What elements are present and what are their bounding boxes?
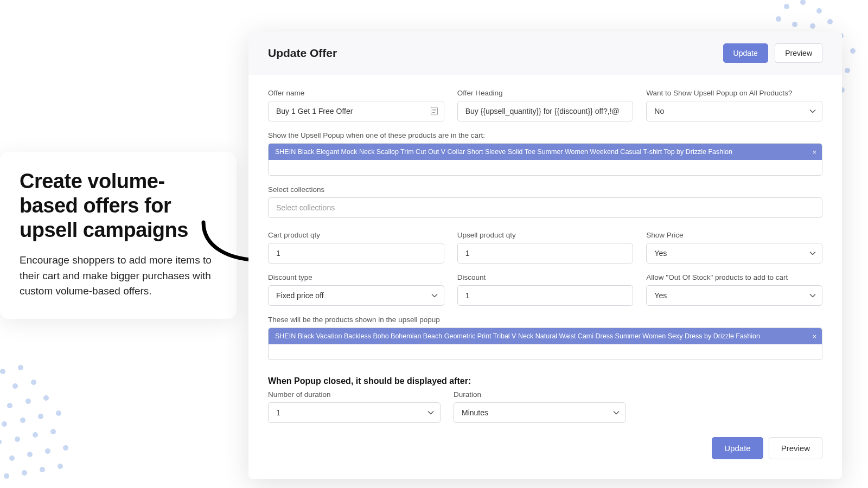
- svg-point-46: [63, 445, 68, 451]
- svg-point-3: [776, 16, 781, 22]
- svg-point-33: [25, 399, 31, 404]
- select-collections-label: Select collections: [268, 185, 822, 194]
- svg-point-48: [22, 470, 27, 476]
- svg-point-41: [33, 432, 38, 438]
- svg-point-0: [784, 4, 789, 9]
- promo-body: Encourage shoppers to add more items to …: [20, 253, 217, 299]
- show-all-select[interactable]: No: [646, 101, 822, 121]
- page-title: Update Offer: [268, 47, 337, 60]
- show-price-label: Show Price: [646, 231, 822, 239]
- duration-select[interactable]: Minutes: [454, 402, 626, 423]
- trigger-products-field[interactable]: SHEIN Black Elegant Mock Neck Scallop Tr…: [268, 143, 822, 176]
- number-duration-select[interactable]: 1: [268, 402, 441, 423]
- promo-title: Create volume-based offers for upsell ca…: [20, 169, 217, 242]
- app-header: Update Offer Update Preview: [248, 31, 842, 75]
- svg-point-35: [2, 421, 7, 427]
- product-tag: SHEIN Black Vacation Backless Boho Bohem…: [269, 328, 822, 344]
- decorative-dots-bottom: [0, 347, 108, 488]
- svg-point-49: [40, 467, 45, 472]
- svg-point-34: [43, 395, 49, 401]
- allow-oos-select[interactable]: Yes: [646, 285, 822, 306]
- close-icon[interactable]: ×: [812, 332, 816, 341]
- discount-label: Discount: [457, 273, 634, 281]
- header-actions: Update Preview: [719, 43, 822, 63]
- svg-point-32: [7, 403, 12, 408]
- svg-point-4: [792, 22, 797, 27]
- svg-point-27: [0, 369, 5, 374]
- product-tag-label: SHEIN Black Elegant Mock Neck Scallop Tr…: [275, 148, 732, 156]
- form-icon: [431, 107, 438, 115]
- svg-point-2: [816, 8, 822, 14]
- form-body: Offer name Offer Heading Want to Show Up…: [248, 75, 842, 479]
- svg-point-43: [9, 455, 15, 461]
- select-collections-input[interactable]: Select collections: [268, 197, 822, 218]
- svg-point-37: [38, 414, 43, 419]
- svg-point-30: [12, 383, 18, 389]
- svg-point-38: [56, 410, 61, 416]
- offer-name-label: Offer name: [268, 89, 444, 97]
- duration-label: Duration: [454, 390, 626, 399]
- svg-point-42: [50, 429, 56, 434]
- svg-point-50: [58, 464, 63, 469]
- number-duration-label: Number of duration: [268, 390, 441, 399]
- svg-point-6: [827, 19, 833, 24]
- upsell-qty-input[interactable]: [457, 243, 634, 264]
- cart-qty-input[interactable]: [268, 243, 444, 264]
- product-tag: SHEIN Black Elegant Mock Neck Scallop Tr…: [269, 144, 822, 160]
- preview-button[interactable]: Preview: [775, 43, 822, 63]
- svg-point-31: [31, 380, 36, 385]
- cart-qty-label: Cart product qty: [268, 231, 444, 239]
- svg-point-1: [800, 0, 806, 5]
- svg-point-45: [45, 448, 50, 454]
- svg-point-36: [20, 418, 25, 423]
- show-price-select[interactable]: Yes: [646, 243, 822, 264]
- trigger-products-label: Show the Upsell Popup when one of these …: [268, 131, 822, 139]
- svg-point-22: [845, 68, 850, 73]
- offer-heading-input[interactable]: [457, 101, 634, 121]
- svg-point-28: [18, 365, 23, 370]
- promo-card: Create volume-based offers for upsell ca…: [0, 152, 237, 319]
- product-tag-input-area[interactable]: [269, 160, 822, 175]
- svg-point-17: [850, 48, 856, 54]
- update-button[interactable]: Update: [723, 43, 768, 63]
- discount-input[interactable]: [457, 285, 634, 306]
- offer-name-input[interactable]: [268, 101, 444, 121]
- discount-type-label: Discount type: [268, 273, 444, 281]
- product-tag-input-area[interactable]: [269, 344, 822, 359]
- svg-point-39: [0, 439, 2, 445]
- svg-point-47: [4, 473, 9, 479]
- svg-point-40: [15, 436, 20, 442]
- close-icon[interactable]: ×: [812, 148, 816, 156]
- show-all-label: Want to Show Upsell Popup on All Product…: [646, 89, 822, 97]
- app-window: Update Offer Update Preview Offer name O…: [248, 31, 842, 479]
- svg-point-5: [810, 23, 815, 29]
- popup-closed-heading: When Popup closed, it should be displaye…: [268, 376, 822, 386]
- upsell-qty-label: Upsell product qty: [457, 231, 634, 239]
- offer-heading-label: Offer Heading: [457, 89, 634, 97]
- svg-point-44: [27, 452, 33, 457]
- allow-oos-label: Allow "Out Of Stock" products to add to …: [646, 273, 822, 281]
- discount-type-select[interactable]: Fixed price off: [268, 285, 444, 306]
- footer-actions: Update Preview: [268, 437, 822, 459]
- upsell-products-field[interactable]: SHEIN Black Vacation Backless Boho Bohem…: [268, 328, 822, 360]
- preview-button[interactable]: Preview: [769, 437, 822, 459]
- update-button[interactable]: Update: [712, 437, 763, 459]
- upsell-products-label: These will be the products shown in the …: [268, 316, 822, 324]
- product-tag-label: SHEIN Black Vacation Backless Boho Bohem…: [275, 332, 760, 340]
